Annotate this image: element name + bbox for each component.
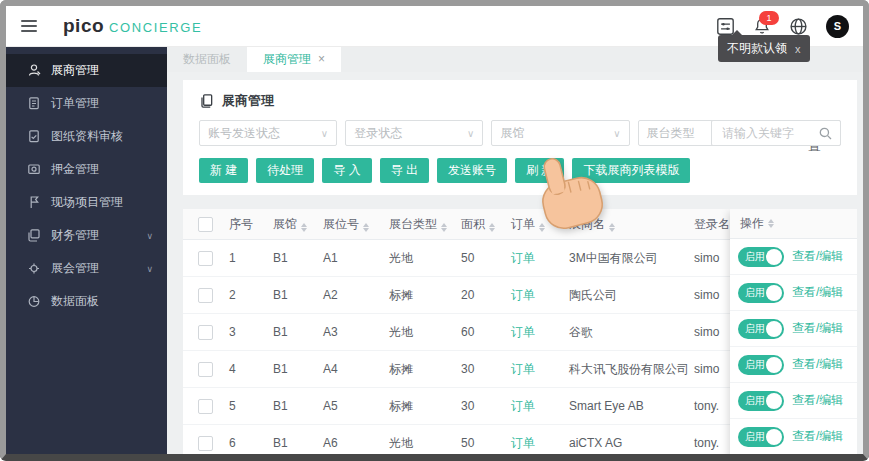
send-account-button[interactable]: 发送账号	[437, 158, 507, 183]
language-globe-icon[interactable]	[789, 17, 808, 36]
enable-toggle[interactable]: 启用	[738, 283, 784, 303]
column-header-no[interactable]: 序号	[229, 216, 273, 233]
search-icon[interactable]	[819, 127, 832, 140]
column-label: 展商名	[569, 217, 605, 231]
sidebar-item-orders[interactable]: 订单管理	[6, 87, 167, 120]
sidebar-item-deposit[interactable]: 押金管理	[6, 153, 167, 186]
enable-toggle[interactable]: 启用	[738, 427, 784, 447]
user-avatar[interactable]: S	[826, 15, 849, 38]
cell-type: 标摊	[389, 287, 461, 304]
sort-icon[interactable]	[363, 223, 369, 232]
view-edit-link[interactable]: 查看/编辑	[792, 248, 843, 265]
export-button[interactable]: 导 出	[380, 158, 429, 183]
toggle-label: 启用	[745, 394, 765, 408]
select-all-checkbox[interactable]	[198, 217, 213, 232]
select-placeholder: 账号发送状态	[208, 125, 280, 142]
order-link[interactable]: 订单	[511, 435, 569, 452]
new-button[interactable]: 新 建	[199, 158, 248, 183]
sort-icon[interactable]	[609, 223, 615, 232]
sidebar-item-label: 展商管理	[51, 62, 99, 79]
sort-icon[interactable]	[768, 219, 774, 228]
chevron-down-icon: ∨	[321, 128, 328, 139]
notification-badge: 1	[759, 11, 779, 25]
sort-icon[interactable]	[441, 223, 447, 232]
row-checkbox[interactable]	[198, 436, 213, 451]
enable-toggle[interactable]: 启用	[738, 319, 784, 339]
enable-toggle[interactable]: 启用	[738, 391, 784, 411]
column-label: 序号	[229, 217, 253, 231]
sidebar-item-expo[interactable]: 展会管理∨	[6, 252, 167, 285]
tooltip-close-icon[interactable]: x	[795, 43, 801, 55]
sort-icon[interactable]	[489, 223, 495, 232]
order-link[interactable]: 订单	[511, 250, 569, 267]
view-edit-link[interactable]: 查看/编辑	[792, 284, 843, 301]
column-header-type[interactable]: 展台类型	[389, 216, 461, 233]
finance-icon	[27, 228, 41, 243]
column-header-booth[interactable]: 展位号	[323, 216, 389, 233]
filter-select-account-send-status[interactable]: 账号发送状态∨	[199, 120, 337, 146]
operation-cell: 启用查看/编辑	[730, 347, 857, 383]
sidebar-item-dashboard[interactable]: 数据面板	[6, 285, 167, 318]
select-placeholder: 展馆	[500, 125, 524, 142]
view-edit-link[interactable]: 查看/编辑	[792, 320, 843, 337]
column-label: 展馆	[273, 217, 297, 231]
column-header-operation[interactable]: 操作	[730, 209, 857, 239]
sort-icon[interactable]	[539, 223, 545, 232]
cell-no: 6	[229, 436, 273, 450]
chevron-down-icon: ∨	[467, 128, 474, 139]
filter-select-hall[interactable]: 展馆∨	[491, 120, 629, 146]
download-template-button[interactable]: 下载展商列表模版	[572, 158, 690, 183]
enable-toggle[interactable]: 启用	[738, 355, 784, 375]
column-header-area[interactable]: 面积	[461, 216, 511, 233]
operation-cell: 启用查看/编辑	[730, 275, 857, 311]
import-button[interactable]: 导 入	[322, 158, 371, 183]
sidebar-nav: 展商管理订单管理图纸资料审核押金管理现场项目管理财务管理∨展会管理∨数据面板	[6, 46, 167, 454]
toggle-knob	[766, 321, 782, 337]
cell-no: 2	[229, 288, 273, 302]
fixed-operation-column: 操作启用查看/编辑启用查看/编辑启用查看/编辑启用查看/编辑启用查看/编辑启用查…	[730, 209, 857, 454]
cell-hall: B1	[273, 436, 323, 450]
row-checkbox[interactable]	[198, 288, 213, 303]
hamburger-menu-icon[interactable]	[21, 20, 37, 32]
order-link[interactable]: 订单	[511, 361, 569, 378]
sidebar-item-drawings[interactable]: 图纸资料审核	[6, 120, 167, 153]
tab-dashboard[interactable]: 数据面板	[167, 46, 247, 72]
filter-row: 账号发送状态∨登录状态∨展馆∨展台类型∨重 置	[199, 120, 841, 146]
row-checkbox[interactable]	[198, 399, 213, 414]
order-link[interactable]: 订单	[511, 398, 569, 415]
cell-company: 谷歌	[569, 324, 694, 341]
cell-no: 4	[229, 362, 273, 376]
view-edit-link[interactable]: 查看/编辑	[792, 392, 843, 409]
row-checkbox[interactable]	[198, 251, 213, 266]
view-edit-link[interactable]: 查看/编辑	[792, 428, 843, 445]
order-link[interactable]: 订单	[511, 287, 569, 304]
row-checkbox[interactable]	[198, 362, 213, 377]
row-checkbox[interactable]	[198, 325, 213, 340]
action-button-row: 新 建待处理导 入导 出发送账号刷 新下载展商列表模版	[199, 158, 841, 183]
view-edit-link[interactable]: 查看/编辑	[792, 356, 843, 373]
select-placeholder: 展台类型	[647, 125, 695, 142]
filter-select-login-status[interactable]: 登录状态∨	[345, 120, 483, 146]
sort-icon[interactable]	[301, 223, 307, 232]
search-input[interactable]	[720, 125, 819, 141]
pending-button[interactable]: 待处理	[256, 158, 314, 183]
column-label: 面积	[461, 217, 485, 231]
column-header-order[interactable]: 订单	[511, 216, 569, 233]
column-header-company[interactable]: 展商名	[569, 216, 694, 233]
column-header-hall[interactable]: 展馆	[273, 216, 323, 233]
refresh-button[interactable]: 刷 新	[515, 158, 564, 183]
notification-bell-icon[interactable]: 1	[753, 17, 771, 36]
cell-hall: B1	[273, 251, 323, 265]
cell-company: 陶氏公司	[569, 287, 694, 304]
sidebar-item-onsite[interactable]: 现场项目管理	[6, 186, 167, 219]
order-link[interactable]: 订单	[511, 324, 569, 341]
sidebar-item-exhibitor[interactable]: 展商管理	[6, 54, 167, 87]
tab-exhibitor-management[interactable]: 展商管理 ×	[247, 46, 341, 72]
sidebar-item-finance[interactable]: 财务管理∨	[6, 219, 167, 252]
enable-toggle[interactable]: 启用	[738, 247, 784, 267]
drawing-review-icon	[27, 129, 41, 144]
tab-close-icon[interactable]: ×	[318, 52, 325, 66]
cell-company: Smart Eye AB	[569, 399, 694, 413]
cell-booth: A1	[323, 251, 389, 265]
keyword-search-box	[711, 120, 841, 146]
